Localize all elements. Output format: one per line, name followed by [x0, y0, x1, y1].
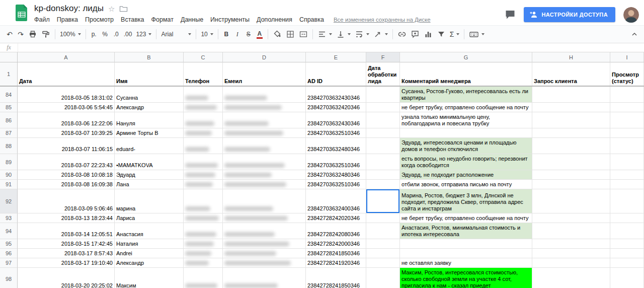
cell-I96[interactable] [610, 249, 644, 258]
cell-A87[interactable]: 2018-03-07 10:39:25 [18, 128, 115, 138]
menu-item-4[interactable]: Формат [148, 15, 177, 24]
currency-format-button[interactable]: р. [89, 28, 100, 40]
cell-F87[interactable] [366, 128, 400, 138]
row-header-90[interactable]: 90 [0, 170, 18, 180]
cell-F94[interactable] [366, 223, 400, 239]
input-tools-icon[interactable] [467, 28, 487, 40]
row-header-92[interactable]: 92 [0, 189, 18, 213]
functions-button[interactable]: Σ [448, 28, 462, 40]
cell-B96[interactable]: Andrei [115, 249, 184, 258]
cell-A85[interactable]: 2018-03-06 5:54:45 [18, 103, 115, 112]
cell-H87[interactable] [532, 128, 610, 138]
cell-B84[interactable]: Сусанна [115, 87, 184, 103]
cell-C87[interactable] [184, 128, 223, 138]
cell-E85[interactable]: 23842703632420346 [306, 103, 366, 112]
row-header-95[interactable]: 95 [0, 239, 18, 249]
cell-H86[interactable] [532, 112, 610, 128]
column-header-E[interactable]: E [306, 52, 366, 62]
increase-decimal-button[interactable]: .00 [122, 28, 134, 40]
column-header-F[interactable]: F [366, 52, 400, 62]
cell-B88[interactable]: eduard- [115, 138, 184, 154]
row-header-89[interactable]: 89 [0, 154, 18, 170]
cell-A94[interactable]: 2018-03-14 12:05:51 [18, 223, 115, 239]
cell-I93[interactable] [610, 213, 644, 223]
cell-C85[interactable] [184, 103, 223, 112]
cell-F85[interactable] [366, 103, 400, 112]
cell-H89[interactable] [532, 154, 610, 170]
cell-E84[interactable]: 23842703632430346 [306, 87, 366, 103]
insert-comment-icon[interactable] [409, 28, 422, 40]
cell-C93[interactable] [184, 213, 223, 223]
undo-icon[interactable]: ↶ [4, 28, 15, 40]
cell-D94[interactable] [223, 223, 306, 239]
cell-G97[interactable]: не оставлял заявку [400, 258, 532, 268]
menu-item-1[interactable]: Правка [53, 15, 82, 24]
cell-G89[interactable]: есть вопросы, но неудобно говорить; пере… [400, 154, 532, 170]
cell-F86[interactable] [366, 112, 400, 128]
cell-A89[interactable]: 2018-03-07 22:23:43 [18, 154, 115, 170]
menu-item-6[interactable]: Инструменты [207, 15, 253, 24]
move-folder-icon[interactable] [119, 5, 128, 13]
cell-G94[interactable]: Анастасия, Ростов, минимальная стоимость… [400, 223, 532, 239]
font-size-select[interactable]: 10 [199, 28, 215, 40]
cell-F88[interactable] [366, 138, 400, 154]
share-button[interactable]: НАСТРОЙКИ ДОСТУПА [524, 7, 615, 22]
menu-item-2[interactable]: Просмотр [82, 15, 117, 24]
cell-F97[interactable] [366, 258, 400, 268]
cell-B93[interactable]: Лариса [115, 213, 184, 223]
redo-icon[interactable]: ↷ [15, 28, 26, 40]
cell-I86[interactable] [610, 112, 644, 128]
cell-D98[interactable] [223, 268, 306, 288]
column-header-I[interactable]: I [610, 52, 644, 62]
cell-A97[interactable]: 2018-03-17 19:10:40 [18, 258, 115, 268]
cell-B86[interactable]: Нануля [115, 112, 184, 128]
row-header-85[interactable]: 85 [0, 103, 18, 112]
cell-C94[interactable] [184, 223, 223, 239]
filter-icon[interactable] [435, 28, 448, 40]
cell-G91[interactable]: отбили звонок, отправила письмо на почту [400, 180, 532, 189]
header-cell-E1[interactable]: AD ID [306, 62, 366, 86]
fill-color-icon[interactable] [271, 28, 284, 40]
cell-G96[interactable] [400, 249, 532, 258]
cell-C89[interactable] [184, 154, 223, 170]
star-icon[interactable]: ☆ [108, 5, 115, 13]
cell-H84[interactable] [532, 87, 610, 103]
cell-E97[interactable]: 23842728241920346 [306, 258, 366, 268]
cell-C96[interactable] [184, 249, 223, 258]
cell-G95[interactable] [400, 239, 532, 249]
cell-A86[interactable]: 2018-03-06 12:22:06 [18, 112, 115, 128]
cell-D95[interactable] [223, 239, 306, 249]
cell-H95[interactable] [532, 239, 610, 249]
decrease-decimal-button[interactable]: .0 [111, 28, 122, 40]
cell-F96[interactable] [366, 249, 400, 258]
insert-chart-icon[interactable] [422, 28, 435, 40]
cell-B98[interactable]: Максим [115, 268, 184, 288]
cell-B90[interactable]: Эдуард [115, 170, 184, 180]
bold-button[interactable]: B [221, 28, 232, 40]
cell-I95[interactable] [610, 239, 644, 249]
cell-I90[interactable] [610, 170, 644, 180]
print-icon[interactable] [26, 28, 39, 40]
paint-format-icon[interactable] [39, 28, 52, 40]
cell-E90[interactable]: 23842703632480346 [306, 170, 366, 180]
column-header-B[interactable]: B [115, 52, 184, 62]
row-header-88[interactable]: 88 [0, 138, 18, 154]
cell-C88[interactable] [184, 138, 223, 154]
cell-C97[interactable] [184, 258, 223, 268]
cell-E92[interactable]: 23842703632400346 [306, 189, 366, 213]
horizontal-align-icon[interactable] [315, 28, 334, 40]
column-header-G[interactable]: G [400, 52, 532, 62]
column-header-H[interactable]: H [532, 52, 610, 62]
cell-F89[interactable] [366, 154, 400, 170]
cell-G85[interactable]: не берет трубку, отправлено сообщение на… [400, 103, 532, 112]
cell-I91[interactable] [610, 180, 644, 189]
cell-B87[interactable]: Армине Торты В [115, 128, 184, 138]
cell-E89[interactable]: 23842703632510346 [306, 154, 366, 170]
cell-D88[interactable] [223, 138, 306, 154]
cell-I98[interactable] [610, 268, 644, 288]
cell-G88[interactable]: Эдуард, интересовался ценами и площадью … [400, 138, 532, 154]
row-header-98[interactable]: 98 [0, 268, 18, 288]
cell-I87[interactable] [610, 128, 644, 138]
row-header-84[interactable]: 84 [0, 87, 18, 103]
cell-E95[interactable]: 23842728242000346 [306, 239, 366, 249]
